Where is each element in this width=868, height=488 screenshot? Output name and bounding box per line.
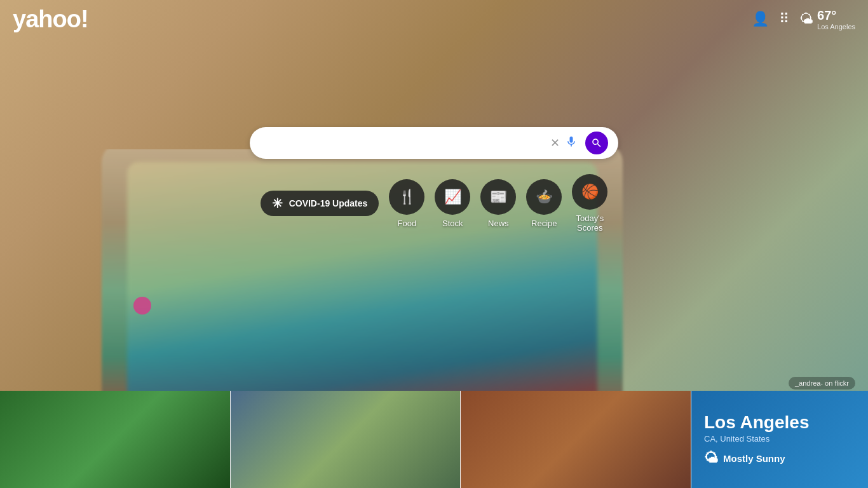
scores-icon: 🏀 bbox=[572, 174, 607, 210]
profile-icon[interactable]: 👤 bbox=[752, 11, 769, 27]
flickr-credit: _andrea- on flickr bbox=[789, 377, 855, 390]
header-weather-widget[interactable]: 🌤 67° Los Angeles bbox=[799, 8, 855, 30]
food-icon: 🍴 bbox=[389, 179, 424, 215]
search-area: ✕ ✳ COVID-19 Updates 🍴 Food 📈 Stock bbox=[250, 127, 618, 233]
scores-label: Today's Scores bbox=[576, 214, 604, 233]
quick-links-bar: ✳ COVID-19 Updates 🍴 Food 📈 Stock 📰 News… bbox=[261, 174, 608, 233]
pink-dot-decoration bbox=[133, 297, 151, 315]
recipe-icon: 🍲 bbox=[526, 179, 562, 215]
apps-grid-icon[interactable]: ⠿ bbox=[779, 11, 789, 27]
search-submit-button[interactable] bbox=[585, 132, 608, 154]
search-bar[interactable]: ✕ bbox=[250, 127, 618, 159]
news-card-2[interactable] bbox=[231, 391, 461, 488]
quick-link-scores[interactable]: 🏀 Today's Scores bbox=[572, 174, 607, 233]
quick-link-stock[interactable]: 📈 Stock bbox=[435, 179, 470, 228]
weather-summary-card[interactable]: Los Angeles CA, United States 🌤 Mostly S… bbox=[691, 391, 868, 488]
food-label: Food bbox=[398, 219, 417, 228]
weather-icon: 🌤 bbox=[799, 11, 813, 27]
search-input[interactable] bbox=[260, 137, 545, 150]
header-right: 👤 ⠿ 🌤 67° Los Angeles bbox=[752, 8, 855, 30]
quick-link-news[interactable]: 📰 News bbox=[480, 179, 516, 228]
covid-icon: ✳ bbox=[272, 196, 283, 211]
weather-info: 67° Los Angeles bbox=[817, 8, 855, 30]
yahoo-logo[interactable]: yahoo! bbox=[13, 6, 88, 33]
quick-link-food[interactable]: 🍴 Food bbox=[389, 179, 424, 228]
covid-updates-button[interactable]: ✳ COVID-19 Updates bbox=[261, 191, 379, 216]
bottom-news-area: Los Angeles CA, United States 🌤 Mostly S… bbox=[0, 391, 868, 488]
weather-temperature: 67° bbox=[817, 8, 836, 23]
weather-city-label: Los Angeles bbox=[817, 23, 855, 30]
stock-icon: 📈 bbox=[435, 179, 470, 215]
search-mic-button[interactable] bbox=[565, 135, 578, 151]
weather-card-condition: 🌤 Mostly Sunny bbox=[704, 450, 855, 466]
weather-card-region: CA, United States bbox=[704, 434, 855, 444]
weather-card-city: Los Angeles bbox=[704, 412, 855, 433]
weather-condition-icon: 🌤 bbox=[704, 450, 718, 466]
news-icon: 📰 bbox=[480, 179, 516, 215]
stock-label: Stock bbox=[442, 219, 463, 228]
news-label: News bbox=[488, 219, 509, 228]
quick-link-recipe[interactable]: 🍲 Recipe bbox=[526, 179, 562, 228]
weather-condition-text: Mostly Sunny bbox=[723, 453, 785, 464]
header: yahoo! 👤 ⠿ 🌤 67° Los Angeles bbox=[0, 0, 868, 38]
covid-label: COVID-19 Updates bbox=[289, 198, 368, 208]
search-clear-button[interactable]: ✕ bbox=[550, 136, 560, 150]
news-card-1[interactable] bbox=[0, 391, 231, 488]
news-card-3[interactable] bbox=[461, 391, 691, 488]
recipe-label: Recipe bbox=[531, 219, 557, 228]
